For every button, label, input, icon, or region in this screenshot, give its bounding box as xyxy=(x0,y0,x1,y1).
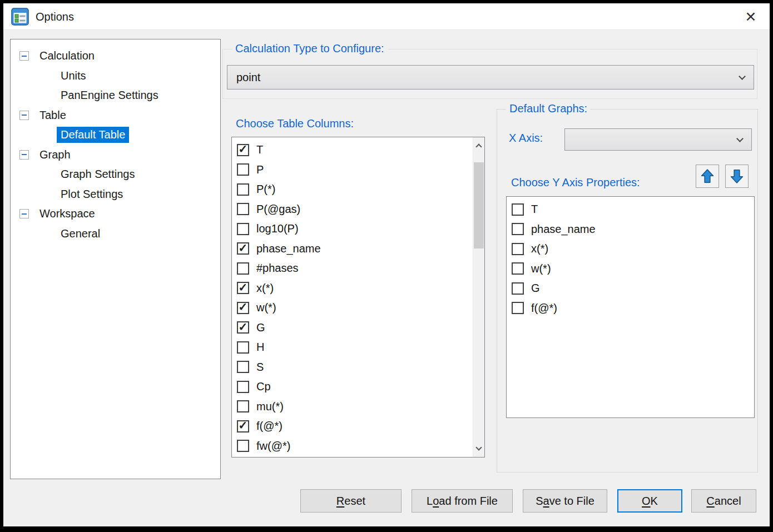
scrollbar[interactable] xyxy=(473,137,484,457)
y-property-checkbox-row[interactable]: ✓ w(*) xyxy=(507,259,753,279)
tree-collapse-icon[interactable] xyxy=(19,209,29,218)
tree-item[interactable]: Graph xyxy=(11,145,220,165)
tree-item[interactable]: Default Table xyxy=(11,125,220,145)
checkbox[interactable]: ✓ xyxy=(237,163,249,176)
y-property-label[interactable]: x(*) xyxy=(531,242,548,255)
tree-collapse-icon[interactable] xyxy=(19,111,29,120)
column-checkbox-row[interactable]: ✓ x(*) xyxy=(232,279,472,299)
reset-button[interactable]: Reset xyxy=(300,489,402,513)
column-checkbox-row[interactable]: ✓ w(*) xyxy=(232,298,472,318)
checkbox[interactable]: ✓ xyxy=(237,203,249,215)
tree-item-label[interactable]: General xyxy=(57,226,104,242)
column-label[interactable]: T xyxy=(256,143,263,156)
column-label[interactable]: x(*) xyxy=(256,282,274,295)
column-label[interactable]: Cp xyxy=(256,380,271,393)
column-label[interactable]: P xyxy=(256,163,264,176)
y-property-checkbox-row[interactable]: ✓ T xyxy=(507,200,753,220)
checkbox[interactable]: ✓ xyxy=(512,262,524,275)
tree-item[interactable]: Calculation xyxy=(11,46,220,66)
checkbox[interactable]: ✓ xyxy=(237,282,249,294)
tree-item-label[interactable]: PanEngine Settings xyxy=(57,87,162,103)
column-checkbox-row[interactable]: ✓ H xyxy=(232,337,472,357)
column-label[interactable]: #phases xyxy=(256,262,299,275)
checkbox[interactable]: ✓ xyxy=(237,361,249,373)
tree-item[interactable]: Graph Settings xyxy=(11,165,220,185)
scroll-down-button[interactable] xyxy=(473,440,484,457)
checkbox[interactable]: ✓ xyxy=(237,341,249,354)
y-property-label[interactable]: G xyxy=(531,282,540,295)
column-checkbox-row[interactable]: ✓ P(*) xyxy=(232,180,472,200)
checkbox[interactable]: ✓ xyxy=(512,243,524,255)
tree-item-label[interactable]: Table xyxy=(36,107,70,123)
tree-collapse-icon[interactable] xyxy=(19,150,29,160)
cancel-button[interactable]: Cancel xyxy=(691,489,756,513)
tree-collapse-icon[interactable] xyxy=(19,51,29,61)
tree-item[interactable]: Units xyxy=(11,66,220,86)
close-button[interactable]: ✕ xyxy=(739,6,763,27)
tree-item-label[interactable]: Calculation xyxy=(36,48,98,64)
y-property-checkbox-row[interactable]: ✓ phase_name xyxy=(507,220,753,240)
column-checkbox-row[interactable]: ✓ #phases xyxy=(232,258,472,279)
checkbox[interactable]: ✓ xyxy=(512,203,524,216)
save-to-file-button[interactable]: Save to File xyxy=(523,489,607,513)
ok-button[interactable]: OK xyxy=(617,489,682,513)
y-property-label[interactable]: phase_name xyxy=(531,223,596,236)
column-checkbox-row[interactable]: ✓ P xyxy=(232,160,472,180)
tree-item[interactable]: General xyxy=(11,224,220,244)
y-property-checkbox-row[interactable]: ✓ x(*) xyxy=(507,239,753,259)
column-checkbox-row[interactable]: ✓ S xyxy=(232,357,472,377)
checkbox[interactable]: ✓ xyxy=(237,420,249,432)
y-property-label[interactable]: f(@*) xyxy=(531,302,557,315)
tree-item[interactable]: Table xyxy=(11,106,220,126)
tree-item-label[interactable]: Graph xyxy=(36,147,75,163)
checkbox[interactable]: ✓ xyxy=(237,144,249,156)
y-property-checkbox-row[interactable]: ✓ G xyxy=(507,279,753,299)
tree-item-label[interactable]: Graph Settings xyxy=(57,166,138,182)
column-label[interactable]: P(*) xyxy=(256,183,275,196)
move-down-button[interactable] xyxy=(725,165,749,188)
column-checkbox-row[interactable]: ✓ phase_name xyxy=(232,239,472,259)
column-label[interactable]: mu(*) xyxy=(256,400,284,413)
checkbox[interactable]: ✓ xyxy=(512,302,524,314)
checkbox[interactable]: ✓ xyxy=(237,381,249,393)
tree-item[interactable]: PanEngine Settings xyxy=(11,86,220,106)
checkbox[interactable]: ✓ xyxy=(237,242,249,255)
x-axis-dropdown[interactable] xyxy=(564,128,752,151)
column-label[interactable]: phase_name xyxy=(256,242,321,255)
calc-type-dropdown[interactable]: point xyxy=(227,65,754,90)
column-label[interactable]: P(@gas) xyxy=(256,203,300,216)
column-checkbox-row[interactable]: ✓ T xyxy=(232,140,472,160)
tree-item-label[interactable]: Workspace xyxy=(36,206,99,222)
column-label[interactable]: f(@*) xyxy=(256,420,283,432)
column-label[interactable]: w(*) xyxy=(256,301,276,314)
y-property-checkbox-row[interactable]: ✓ f(@*) xyxy=(507,299,753,319)
y-property-label[interactable]: T xyxy=(531,203,538,216)
column-label[interactable]: G xyxy=(256,321,265,334)
checkbox[interactable]: ✓ xyxy=(237,223,249,235)
checkbox[interactable]: ✓ xyxy=(237,183,249,196)
load-from-file-button[interactable]: Load from File xyxy=(412,489,513,513)
column-label[interactable]: S xyxy=(256,361,264,374)
column-label[interactable]: H xyxy=(256,341,264,354)
tree-item-label[interactable]: Units xyxy=(57,68,90,84)
tree-item[interactable]: Plot Settings xyxy=(11,185,220,205)
scrollbar-thumb[interactable] xyxy=(474,162,484,248)
scroll-up-button[interactable] xyxy=(473,137,484,154)
column-checkbox-row[interactable]: ✓ mu(*) xyxy=(232,397,472,417)
column-checkbox-row[interactable]: ✓ P(@gas) xyxy=(232,200,472,220)
tree-item[interactable]: Workspace xyxy=(11,204,220,224)
checkbox[interactable]: ✓ xyxy=(237,400,249,412)
column-checkbox-row[interactable]: ✓ f(@*) xyxy=(232,416,472,436)
checkbox[interactable]: ✓ xyxy=(512,223,524,235)
checkbox[interactable]: ✓ xyxy=(237,440,249,452)
checkbox[interactable]: ✓ xyxy=(237,302,249,314)
column-checkbox-row[interactable]: ✓ G xyxy=(232,318,472,338)
checkbox[interactable]: ✓ xyxy=(237,321,249,334)
column-checkbox-row[interactable]: ✓ log10(P) xyxy=(232,219,472,239)
column-checkbox-row[interactable]: ✓ fw(@*) xyxy=(232,436,472,456)
move-up-button[interactable] xyxy=(696,165,719,188)
checkbox[interactable]: ✓ xyxy=(512,282,524,295)
column-label[interactable]: fw(@*) xyxy=(256,440,290,453)
y-property-label[interactable]: w(*) xyxy=(531,262,551,275)
tree-item-label[interactable]: Default Table xyxy=(57,127,129,143)
